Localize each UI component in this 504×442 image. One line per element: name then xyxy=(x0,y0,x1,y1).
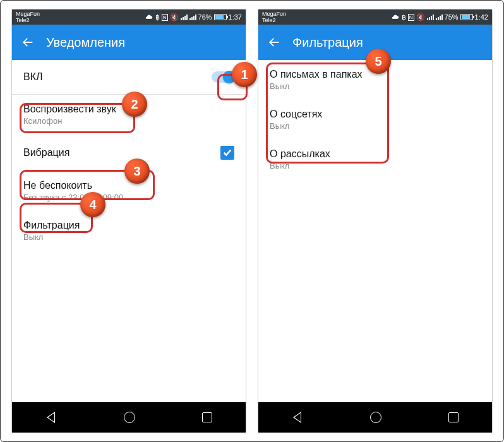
phone-left: MegaFon Tele2 ฿ N 🔇 76% 1:37 Уведомления… xyxy=(12,9,246,433)
row-vibration-label: Вибрация xyxy=(23,147,69,158)
nav-home-icon[interactable] xyxy=(370,412,381,423)
signal-icon-2 xyxy=(436,14,443,20)
system-nav-bar xyxy=(258,402,492,433)
back-icon[interactable] xyxy=(267,35,281,49)
marker-2: 2 xyxy=(122,92,147,117)
cloud-icon xyxy=(391,14,400,20)
system-nav-bar xyxy=(12,402,246,433)
clock: 1:42 xyxy=(475,13,488,21)
signal-icon-1 xyxy=(181,14,188,20)
row-newsletters-label: О рассылках xyxy=(270,148,330,160)
filter-list: О письмах в папках Выкл О соцсетях Выкл … xyxy=(258,60,492,402)
page-title: Фильтрация xyxy=(292,35,363,50)
row-folders-label: О письмах в папках xyxy=(270,69,363,80)
battery-pct: 76% xyxy=(198,13,212,21)
row-social-label: О соцсетях xyxy=(270,109,322,120)
row-dnd-label: Не беспокоить xyxy=(23,180,123,191)
nav-recent-icon[interactable] xyxy=(448,412,459,422)
marker-1: 1 xyxy=(232,62,257,87)
row-filter[interactable]: Фильтрация Выкл xyxy=(12,211,246,251)
carrier-2: Tele2 xyxy=(262,17,286,23)
row-newsletters-sub: Выкл xyxy=(270,161,330,170)
toggle-enable[interactable] xyxy=(212,71,234,83)
battery-pct: 75% xyxy=(445,13,459,21)
bluetooth-icon: ฿ xyxy=(402,13,406,21)
marker-5: 5 xyxy=(366,49,391,74)
marker-3: 3 xyxy=(124,158,150,184)
app-bar: Уведомления xyxy=(12,25,246,60)
signal-icon-2 xyxy=(189,14,196,20)
page-title: Уведомления xyxy=(46,35,125,50)
nav-back-icon[interactable] xyxy=(45,412,57,423)
phone-right: MegaFon Tele2 ฿ N 🔇 75% 1:42 Фильтрация … xyxy=(258,9,492,433)
mute-icon: 🔇 xyxy=(416,13,425,21)
nfc-icon: N xyxy=(162,14,168,21)
carrier-1: MegaFon xyxy=(262,11,286,17)
row-filter-label: Фильтрация xyxy=(23,220,80,231)
cloud-icon xyxy=(145,14,153,20)
mute-icon: 🔇 xyxy=(170,13,179,21)
row-folders-sub: Выкл xyxy=(270,81,363,91)
checkbox-vibration[interactable] xyxy=(220,146,234,160)
battery-icon xyxy=(214,14,227,20)
row-dnd-sub: Без звука с 23:00 до 09:00 xyxy=(23,193,123,202)
row-newsletters[interactable]: О рассылках Выкл xyxy=(258,140,492,179)
row-enable[interactable]: ВКЛ xyxy=(12,60,246,94)
status-bar: MegaFon Tele2 ฿ N 🔇 76% 1:37 xyxy=(12,9,246,25)
back-icon[interactable] xyxy=(21,35,35,49)
row-sound-sub: Ксилофон xyxy=(23,116,116,126)
nav-recent-icon[interactable] xyxy=(202,412,212,422)
marker-4: 4 xyxy=(80,192,105,217)
row-enable-label: ВКЛ xyxy=(23,71,43,83)
bluetooth-icon: ฿ xyxy=(155,13,160,21)
row-social[interactable]: О соцсетях Выкл xyxy=(258,100,492,140)
nav-home-icon[interactable] xyxy=(124,412,135,423)
row-filter-sub: Выкл xyxy=(23,232,80,242)
row-sound-label: Воспроизвести звук xyxy=(23,104,116,115)
row-social-sub: Выкл xyxy=(270,121,322,131)
carrier-1: MegaFon xyxy=(16,11,40,17)
nfc-icon: N xyxy=(408,14,414,21)
nav-back-icon[interactable] xyxy=(292,412,303,423)
clock: 1:37 xyxy=(229,13,242,21)
carrier-2: Tele2 xyxy=(16,17,40,23)
status-bar: MegaFon Tele2 ฿ N 🔇 75% 1:42 xyxy=(258,9,492,25)
signal-icon-1 xyxy=(427,14,434,20)
battery-icon xyxy=(460,14,473,20)
